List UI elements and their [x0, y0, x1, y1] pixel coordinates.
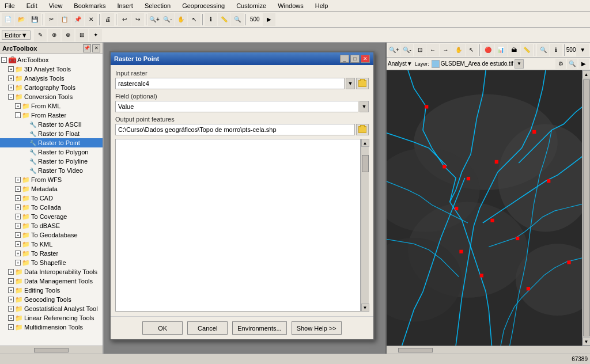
tree-item[interactable]: -📁Conversion Tools [0, 92, 103, 101]
save-btn[interactable]: 💾 [28, 13, 41, 26]
dialog-vscrollbar[interactable]: ▲ ▼ [361, 139, 369, 312]
menu-file[interactable]: File [2, 2, 17, 10]
field-dropdown-arrow[interactable]: ▼ [360, 101, 369, 112]
menu-geoprocessing[interactable]: Geoprocessing [180, 2, 227, 10]
dialog-titlebar[interactable]: Raster to Point _ □ ✕ [111, 52, 373, 65]
tree-toggle[interactable]: + [15, 103, 21, 109]
tree-toggle[interactable]: + [15, 214, 21, 219]
edit-tool5[interactable]: ✦ [89, 29, 102, 41]
tree-item[interactable]: +📁To CAD [0, 194, 103, 203]
menu-insert[interactable]: Insert [115, 2, 135, 10]
output-field[interactable] [115, 124, 355, 135]
tree-toggle[interactable]: + [8, 287, 14, 293]
tree-item[interactable]: +📁Linear Referencing Tools [0, 313, 103, 323]
menu-windows[interactable]: Windows [275, 2, 306, 10]
panel-pin-btn[interactable]: 📌 [83, 44, 91, 52]
map-vscroll-thumb[interactable] [583, 79, 590, 336]
map-tb10[interactable]: 🏔 [508, 44, 520, 56]
map-tb12[interactable]: 🔍 [537, 44, 549, 56]
edit-tool3[interactable]: ⊗ [62, 29, 74, 41]
menu-customize[interactable]: Customize [234, 2, 268, 10]
tree-item[interactable]: 🔧Raster To Video [0, 166, 103, 175]
tree-item[interactable]: +📁To Shapefile [0, 258, 103, 267]
help-button[interactable]: Show Help >> [292, 321, 342, 335]
find-btn[interactable]: 🔍 [231, 13, 244, 26]
tree-toggle[interactable]: + [15, 241, 21, 247]
tree-toggle[interactable]: + [8, 278, 14, 284]
tree-item[interactable]: +📁To Coverage [0, 212, 103, 221]
map-scale-btn[interactable]: ▼ [576, 44, 588, 56]
menu-help[interactable]: Help [313, 2, 331, 10]
tree-item[interactable]: +📁Editing Tools [0, 286, 103, 295]
tree-item[interactable]: +📁To dBASE [0, 221, 103, 230]
map-tb7[interactable]: ↖ [466, 44, 478, 56]
select-btn[interactable]: ↖ [188, 13, 201, 26]
tree-item[interactable]: +📁To Collada [0, 203, 103, 212]
tree-item[interactable]: -📁From Raster [0, 111, 103, 120]
tree-toggle[interactable]: + [15, 223, 21, 229]
zoom-in-btn[interactable]: 🔍+ [148, 13, 161, 26]
tree-item[interactable]: 🔧Raster to Point [0, 138, 103, 147]
tree-item[interactable]: 🔧Raster to ASCII [0, 120, 103, 129]
tree-item[interactable]: +📁To KML [0, 240, 103, 249]
map-tb6[interactable]: ✋ [452, 44, 464, 56]
tree-item[interactable]: +📁Metadata [0, 184, 103, 194]
edit-tool2[interactable]: ⊕ [48, 29, 60, 41]
tree-item[interactable]: -🧰ArcToolbox [0, 55, 103, 65]
dialog-close-btn[interactable]: ✕ [361, 55, 370, 63]
environments-button[interactable]: Environments... [232, 321, 286, 335]
map-tb1[interactable]: 🔍+ [388, 44, 400, 56]
tree-toggle[interactable]: + [15, 251, 21, 256]
cancel-button[interactable]: Cancel [187, 321, 228, 335]
paste-btn[interactable]: 📌 [71, 13, 84, 26]
tree-toggle[interactable]: + [8, 269, 14, 275]
undo-btn[interactable]: ↩ [118, 13, 131, 26]
new-btn[interactable]: 📄 [2, 13, 14, 26]
tree-item[interactable]: +📁Geocoding Tools [0, 295, 103, 304]
map-tb2[interactable]: 🔍- [400, 44, 413, 56]
tree-toggle[interactable]: + [8, 75, 14, 81]
more-btn[interactable]: ▶ [263, 13, 275, 26]
tree-toggle[interactable]: + [8, 315, 14, 321]
tree-toggle[interactable]: - [1, 57, 7, 63]
layer-more-btn[interactable]: ▶ [578, 59, 589, 69]
field-input[interactable] [115, 101, 358, 112]
ok-button[interactable]: OK [142, 321, 183, 335]
tree-item[interactable]: 🔧Raster to Polygon [0, 147, 103, 157]
scroll-up-arrow[interactable]: ▲ [361, 139, 369, 147]
redo-btn[interactable]: ↪ [131, 13, 144, 26]
edit-tool4[interactable]: ⊞ [75, 29, 88, 41]
tree-toggle[interactable]: + [15, 177, 21, 183]
map-canvas[interactable] [387, 70, 582, 346]
output-browse-btn[interactable] [356, 124, 369, 135]
tree-toggle[interactable]: + [8, 324, 14, 330]
tree-toggle[interactable]: + [8, 85, 14, 90]
tree-area[interactable]: -🧰ArcToolbox+📁3D Analyst Tools+📁Analysis… [0, 54, 103, 346]
copy-btn[interactable]: 📋 [58, 13, 71, 26]
zoom-out-btn[interactable]: 🔍- [161, 13, 174, 26]
map-tb9[interactable]: 📊 [495, 44, 507, 56]
tree-item[interactable]: +📁To Geodatabase [0, 230, 103, 240]
map-scroll-up[interactable]: ▲ [583, 70, 591, 78]
tree-item[interactable]: +📁Geostatistical Analyst Tool [0, 304, 103, 313]
tree-item[interactable]: +📁Cartography Tools [0, 83, 103, 92]
tree-item[interactable]: +📁Data Interoperability Tools [0, 267, 103, 276]
tree-toggle[interactable]: + [15, 232, 21, 238]
tree-item[interactable]: +📁3D Analyst Tools [0, 65, 103, 74]
map-tb5[interactable]: → [440, 44, 452, 56]
tree-toggle[interactable]: + [15, 195, 21, 201]
menu-selection[interactable]: Selection [142, 2, 173, 10]
menu-view[interactable]: View [47, 2, 65, 10]
map-vscrollbar[interactable]: ▲ ▼ [582, 70, 590, 346]
tree-item[interactable]: 🔧Raster to Float [0, 129, 103, 138]
tree-toggle[interactable]: - [15, 112, 21, 118]
input-raster-field[interactable] [115, 78, 345, 89]
map-scroll-down[interactable]: ▼ [583, 338, 591, 346]
tree-toggle[interactable]: + [8, 66, 14, 72]
cut-btn[interactable]: ✂ [45, 13, 58, 26]
map-hscrollbar[interactable] [387, 346, 590, 354]
pan-btn[interactable]: ✋ [175, 13, 187, 26]
dialog-maximize-btn[interactable]: □ [350, 55, 360, 63]
input-raster-dropdown[interactable]: ▼ [346, 78, 355, 89]
scroll-thumb[interactable] [362, 155, 369, 172]
